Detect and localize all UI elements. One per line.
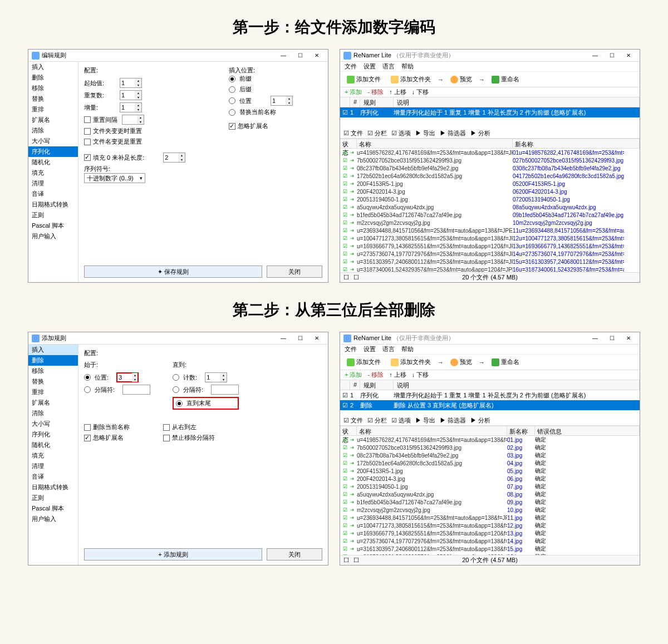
rename-button[interactable]: 重命名 (488, 74, 523, 85)
file-row[interactable]: ☑➜u=1004771273,3805815615&fm=253&fmt=aut… (340, 234, 640, 242)
add-rule-button[interactable]: + 添加规则 (84, 548, 262, 561)
from-delim-radio[interactable] (84, 386, 91, 393)
to-end-radio[interactable] (176, 400, 183, 407)
add-file-button[interactable]: 添加文件 (343, 74, 384, 85)
add-file-button[interactable]: 添加文件 (343, 357, 384, 367)
file-row[interactable]: ☑➜172b502b1ec64a96280fc8c3cd1582a5.jpg04… (340, 172, 640, 180)
minimize-button[interactable]: — (587, 333, 603, 343)
rule-type-item[interactable]: 清理 (28, 461, 78, 471)
rule-type-item[interactable]: 清理 (28, 178, 78, 189)
menu-item[interactable]: 帮助 (401, 345, 414, 353)
rule-type-item[interactable]: 用户输入 (28, 514, 78, 524)
skip-ext-checkbox[interactable] (84, 435, 91, 441)
tabbar-item[interactable]: ☑ 分栏 (367, 416, 387, 425)
add-rule-link[interactable]: + 添加 (345, 371, 362, 379)
file-row[interactable]: ☑➜u=2735736074,1977072976&fm=253&fmt=aut… (340, 537, 640, 545)
menu-item[interactable]: 文件 (345, 345, 357, 353)
file-row[interactable]: ☑➜200F4153R5-1.jpg05200F4153R5-1.jpg (340, 180, 640, 188)
file-row[interactable]: ☑➜b1fed5b045b34ad712674b7ca27af49e.jpg09… (340, 211, 640, 219)
suffix-radio[interactable] (229, 86, 235, 93)
file-row[interactable]: ☑➜200513194050-1.jpg07.jpg确定 (340, 483, 640, 490)
file-row[interactable]: ☑➜u=1693666779,1436825551&fm=253&fmt=aut… (340, 529, 640, 537)
digit-dropdown[interactable]: 十进制数字 (0..9) (84, 173, 145, 183)
rule-type-item[interactable]: 随机化 (28, 157, 78, 168)
repeat-spinner[interactable]: ▴▾ (120, 90, 142, 100)
col-type[interactable]: 规则 (360, 97, 394, 107)
rule-type-item[interactable]: 序列化 (28, 146, 78, 157)
preview-button[interactable]: 预览 (447, 357, 475, 367)
replace-name-radio[interactable] (229, 109, 235, 116)
file-row[interactable]: ☑➜200F4202014-3.jpg06200F4202014-3.jpg (340, 188, 640, 195)
col-newname[interactable]: 新名称 (513, 139, 640, 148)
maximize-button[interactable]: ☐ (292, 51, 308, 61)
file-row[interactable]: ☑➜08c237fb08a7b434eb5bfb9ef4fa29e2.jpg03… (340, 451, 640, 459)
rule-type-item[interactable]: 大小写 (28, 419, 78, 429)
rule-type-item[interactable]: Pascal 脚本 (28, 503, 78, 514)
rule-type-item[interactable]: 日期格式转换 (28, 482, 78, 493)
rule-type-item[interactable]: 序列化 (28, 429, 78, 440)
rule-type-item[interactable]: 正则 (28, 210, 78, 220)
rule-type-item[interactable]: 扩展名 (28, 115, 78, 125)
tabbar-item[interactable]: ☑ 选项 (391, 416, 411, 425)
col-name[interactable]: 名称 (357, 426, 507, 435)
rename-button[interactable]: 重命名 (488, 357, 523, 367)
rule-type-item[interactable]: 替换 (28, 376, 78, 387)
rule-type-item[interactable]: 移除 (28, 366, 78, 376)
minimize-button[interactable]: — (276, 333, 291, 343)
to-delim-radio[interactable] (173, 386, 179, 393)
rule-type-item[interactable]: 正则 (28, 493, 78, 503)
rule-type-item[interactable]: 大小写 (28, 136, 78, 146)
col-num[interactable]: # (350, 97, 360, 107)
add-folder-button[interactable]: 添加文件夹 (387, 74, 434, 85)
col-type[interactable]: 规则 (360, 380, 394, 390)
rule-type-item[interactable]: 重排 (28, 387, 78, 397)
position-spinner[interactable]: ▴▾ (271, 96, 293, 106)
maximize-button[interactable]: ☐ (604, 51, 620, 61)
move-up-link[interactable]: ↑ 上移 (389, 371, 406, 379)
no-del-delim-checkbox[interactable] (163, 435, 170, 441)
col-error[interactable]: 错误信息 (535, 426, 640, 435)
reset-interval-checkbox[interactable] (84, 116, 91, 123)
menu-item[interactable]: 文件 (345, 62, 357, 71)
preview-button[interactable]: 预览 (447, 74, 475, 85)
rule-type-item[interactable]: 删除 (28, 72, 78, 83)
file-row[interactable]: ☑➜200F4202014-3.jpg06.jpg确定 (340, 475, 640, 483)
close-button[interactable]: ✕ (309, 333, 325, 343)
minimize-button[interactable]: — (587, 51, 603, 61)
to-count-spinner[interactable]: ▴▾ (205, 372, 227, 382)
menu-item[interactable]: 语言 (382, 345, 395, 353)
col-desc[interactable]: 说明 (394, 97, 640, 107)
remove-rule-link[interactable]: - 移除 (367, 88, 384, 96)
tabbar-item[interactable]: ☑ 文件 (343, 416, 363, 425)
file-row[interactable]: ☑➜08c237fb08a7b434eb5bfb9ef4fa29e2.jpg03… (340, 164, 640, 172)
rule-type-item[interactable]: 用户输入 (28, 231, 78, 242)
rule-type-list[interactable]: 插入删除移除替换重排扩展名清除大小写序列化随机化填充清理音译日期格式转换正则Pa… (28, 62, 78, 282)
maximize-button[interactable]: ☐ (292, 333, 308, 343)
close-button[interactable]: 关闭 (267, 266, 322, 278)
rule-type-item[interactable]: 填充 (28, 168, 78, 178)
start-spinner[interactable]: ▴▾ (120, 78, 142, 88)
from-position-radio[interactable] (84, 374, 91, 381)
del-name-checkbox[interactable] (84, 424, 91, 431)
rule-type-list[interactable]: 插入删除移除替换重排扩展名清除大小写序列化随机化填充清理音译日期格式转换正则Pa… (28, 345, 78, 565)
file-row[interactable]: ☑➜a5uqywu4zdxa5uqywu4zdx.jpg08.jpg确定 (340, 490, 640, 498)
rule-type-item[interactable]: 日期格式转换 (28, 199, 78, 210)
rtl-checkbox[interactable] (163, 424, 170, 431)
rule-type-item[interactable]: 删除 (28, 355, 78, 366)
rule-row[interactable]: ☑2删除删除 从位置 3 直到末尾 (忽略扩展名) (340, 400, 640, 410)
menu-item[interactable]: 语言 (382, 62, 395, 71)
tabbar-item[interactable]: ▶ 导出 (415, 129, 435, 137)
rule-row[interactable]: ☑1序列化增量序列化起始于 1 重复 1 增量 1 补足长度为 2 作为前缀 (… (340, 107, 640, 117)
rule-row[interactable]: ☑1序列化增量序列化起始于 1 重复 1 增量 1 补足长度为 2 作为前缀 (… (340, 390, 640, 400)
maximize-button[interactable]: ☐ (604, 333, 620, 343)
move-down-link[interactable]: ↓ 下移 (412, 371, 429, 379)
tabbar-item[interactable]: ▶ 分析 (470, 416, 490, 425)
position-radio[interactable] (229, 97, 235, 104)
file-row[interactable]: ☑➜u=236934488,841571056&fm=253&fmt=auto&… (340, 227, 640, 234)
file-row[interactable]: ☑➜u=1693666779,1436825551&fm=253&fmt=aut… (340, 242, 640, 250)
file-row[interactable]: ☑➜m2zcvsqyj2gm2zcvsqyj2g.jpg10m2zcvsqyj2… (340, 219, 640, 227)
to-count-radio[interactable] (173, 374, 179, 381)
file-row[interactable]: ☑➜u=2735736074,1977072976&fm=253&fmt=aut… (340, 250, 640, 258)
reset-folder-checkbox[interactable] (84, 128, 91, 135)
file-row[interactable]: ☑➜200513194050-1.jpg07200513194050-1.jpg (340, 195, 640, 203)
